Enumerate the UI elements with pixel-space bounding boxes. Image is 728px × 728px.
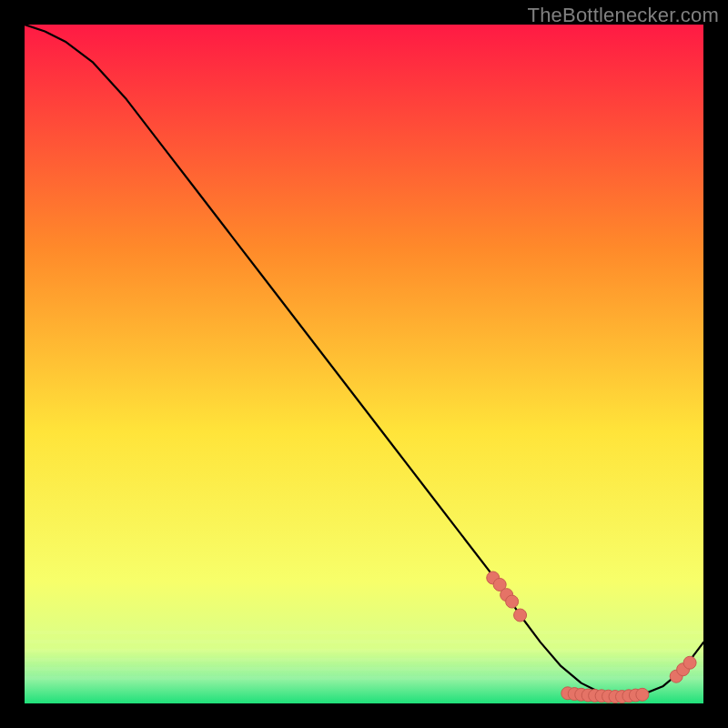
svg-rect-1 [25,631,703,634]
data-dot [683,656,696,669]
svg-rect-6 [25,676,703,680]
plot-area [25,25,703,703]
data-dot [636,688,649,701]
svg-rect-0 [25,25,703,703]
svg-rect-2 [25,640,703,643]
svg-rect-3 [25,649,703,652]
chart-frame: TheBottlenecker.com [0,0,728,728]
svg-rect-4 [25,658,703,662]
svg-rect-5 [25,667,703,671]
bottleneck-chart [25,25,703,703]
watermark-text: TheBottlenecker.com [528,4,719,27]
data-dot [506,595,519,608]
data-dot [514,609,527,622]
